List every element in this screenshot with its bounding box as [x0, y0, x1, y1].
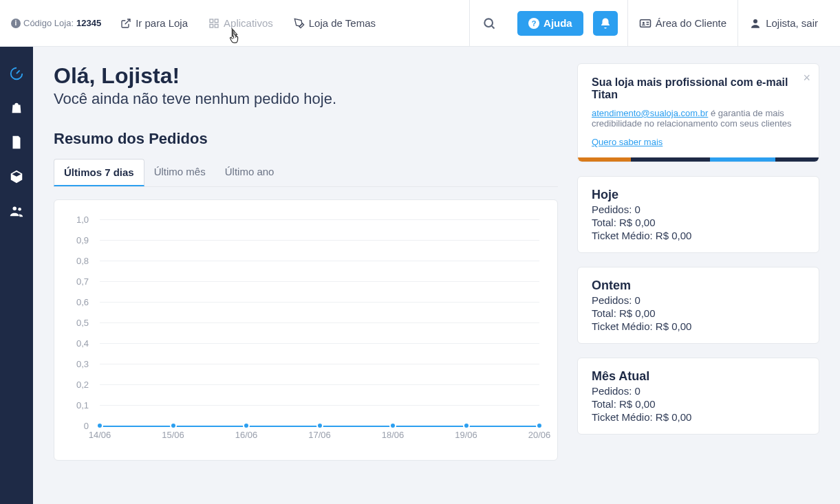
chart-y-tick: 0,9 [76, 235, 89, 245]
tab-last-7-days[interactable]: Últimos 7 dias [54, 159, 144, 186]
stat-card: Ontem Pedidos: 0 Total: R$ 0,00 Ticket M… [577, 267, 819, 344]
external-link-icon [120, 18, 131, 29]
svg-rect-7 [640, 19, 650, 27]
chart-point [170, 422, 177, 429]
info-icon: i [11, 19, 21, 28]
chart-x-tick: 17/06 [308, 430, 331, 440]
store-code-value: 12345 [76, 18, 101, 28]
help-button[interactable]: ? Ajuda [517, 11, 583, 36]
logout-link[interactable]: Lojista, sair [737, 0, 829, 47]
stat-ticket: Ticket Médio: R$ 0,00 [592, 320, 805, 332]
bell-icon [599, 17, 612, 30]
svg-rect-3 [215, 24, 218, 28]
svg-point-8 [643, 21, 645, 23]
chart-y-tick: 0,3 [76, 359, 89, 369]
logout-label: Lojista, sair [766, 17, 818, 29]
page-title: Olá, Lojista! [54, 63, 558, 89]
search-button[interactable] [469, 0, 508, 47]
svg-point-5 [484, 19, 493, 27]
svg-rect-2 [215, 19, 218, 23]
chart-y-tick: 0,1 [76, 400, 89, 410]
topbar: i Código Loja: 12345 Ir para Loja Aplica… [0, 0, 840, 47]
close-icon[interactable]: × [803, 71, 810, 85]
page-subtitle: Você ainda não teve nenhum pedido hoje. [54, 90, 558, 108]
orders-chart: 00,10,20,30,40,50,60,70,80,91,014/0615/0… [54, 199, 558, 461]
chart-y-tick: 1,0 [76, 215, 89, 225]
chart-y-tick: 0,8 [76, 256, 89, 266]
grid-icon [208, 18, 219, 29]
sidebar-item-store[interactable] [9, 100, 24, 116]
stat-card: Mês Atual Pedidos: 0 Total: R$ 0,00 Tick… [577, 358, 819, 435]
stat-ticket: Ticket Médio: R$ 0,00 [592, 230, 805, 241]
nav-theme-store[interactable]: Loja de Temas [294, 17, 376, 29]
nav-go-to-store[interactable]: Ir para Loja [120, 17, 188, 29]
svg-line-6 [491, 25, 494, 28]
svg-rect-4 [210, 24, 213, 28]
nav-apps[interactable]: Aplicativos [208, 17, 273, 29]
chart-x-tick: 19/06 [455, 430, 477, 440]
nav-theme-store-label: Loja de Temas [309, 17, 376, 29]
sidebar-item-dashboard[interactable] [9, 66, 24, 81]
stat-card: Hoje Pedidos: 0 Total: R$ 0,00 Ticket Mé… [577, 176, 819, 253]
chart-x-tick: 15/06 [162, 430, 184, 440]
box-icon [9, 169, 24, 184]
client-area-label: Área do Cliente [656, 17, 726, 29]
stat-total: Total: R$ 0,00 [592, 398, 805, 410]
promo-stripe [578, 157, 819, 162]
orders-summary-title: Resumo dos Pedidos [54, 130, 558, 148]
svg-point-13 [18, 208, 21, 211]
file-icon [9, 135, 24, 150]
chart-y-tick: 0,6 [76, 297, 89, 307]
chart-y-tick: 0,2 [76, 380, 89, 390]
chart-point [536, 422, 543, 429]
chart-x-tick: 14/06 [89, 430, 111, 440]
tab-last-year[interactable]: Último ano [215, 159, 284, 186]
topbar-right: ? Ajuda Área do Cliente Lojista, sair [469, 0, 829, 47]
notifications-button[interactable] [593, 11, 618, 36]
tab-last-month[interactable]: Último mês [144, 159, 215, 186]
chart-x-tick: 16/06 [235, 430, 258, 440]
stat-ticket: Ticket Médio: R$ 0,00 [592, 411, 805, 423]
chart-point [316, 422, 323, 429]
orders-tabs: Últimos 7 dias Último mês Último ano [54, 159, 558, 187]
nav-apps-label: Aplicativos [224, 17, 273, 29]
nav-go-to-store-label: Ir para Loja [136, 17, 188, 29]
stat-orders: Pedidos: 0 [592, 385, 805, 397]
promo-title: Sua loja mais profissional com e-mail Ti… [592, 76, 805, 101]
bag-icon [9, 100, 24, 116]
store-code: i Código Loja: 12345 [11, 18, 101, 28]
help-label: Ajuda [543, 17, 572, 29]
svg-line-0 [125, 19, 130, 24]
search-icon [482, 17, 496, 30]
chart-point [96, 422, 103, 429]
chart-y-tick: 0,7 [76, 276, 89, 287]
promo-cta-link[interactable]: Quero saber mais [592, 137, 663, 147]
promo-card: × Sua loja mais profissional com e-mail … [577, 63, 819, 162]
users-icon [9, 204, 24, 219]
stat-title: Ontem [592, 278, 805, 293]
stat-total: Total: R$ 0,00 [592, 217, 805, 228]
chart-x-tick: 18/06 [382, 430, 405, 440]
svg-point-12 [13, 207, 17, 211]
brush-icon [294, 18, 305, 29]
chart-point [389, 422, 396, 429]
sidebar-item-products[interactable] [9, 169, 24, 184]
chart-y-tick: 0,5 [76, 318, 89, 328]
stat-title: Hoje [592, 188, 805, 202]
client-area-link[interactable]: Área do Cliente [627, 0, 737, 47]
promo-email-link[interactable]: atendimento@sualoja.com.br [592, 108, 708, 118]
chart-point [463, 422, 470, 429]
chart-y-tick: 0,4 [76, 338, 89, 349]
stat-title: Mês Atual [592, 369, 805, 384]
sidebar [0, 47, 33, 504]
sidebar-item-customers[interactable] [9, 204, 24, 219]
svg-point-11 [753, 19, 757, 23]
question-icon: ? [528, 18, 539, 29]
svg-rect-1 [210, 19, 213, 23]
stat-total: Total: R$ 0,00 [592, 307, 805, 319]
chart-x-tick: 20/06 [528, 430, 551, 440]
promo-body: atendimento@sualoja.com.br é garantia de… [592, 108, 805, 129]
sidebar-item-docs[interactable] [9, 135, 24, 150]
stat-orders: Pedidos: 0 [592, 294, 805, 306]
id-card-icon [639, 17, 651, 30]
